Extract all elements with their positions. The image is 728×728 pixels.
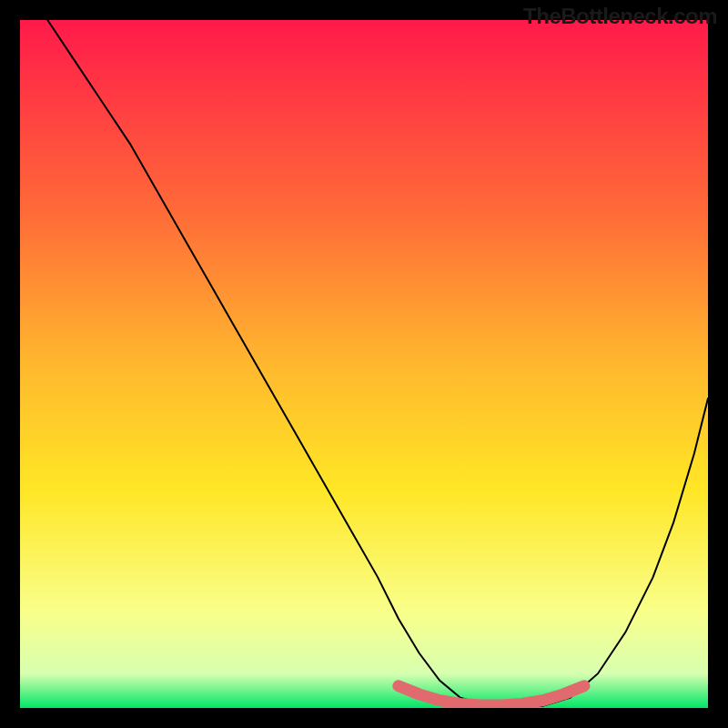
chart-plot-area [20,20,708,708]
chart-container: TheBottleneck.com [0,0,728,728]
gradient-background [20,20,708,708]
chart-svg [20,20,708,708]
watermark-text: TheBottleneck.com [523,4,717,29]
